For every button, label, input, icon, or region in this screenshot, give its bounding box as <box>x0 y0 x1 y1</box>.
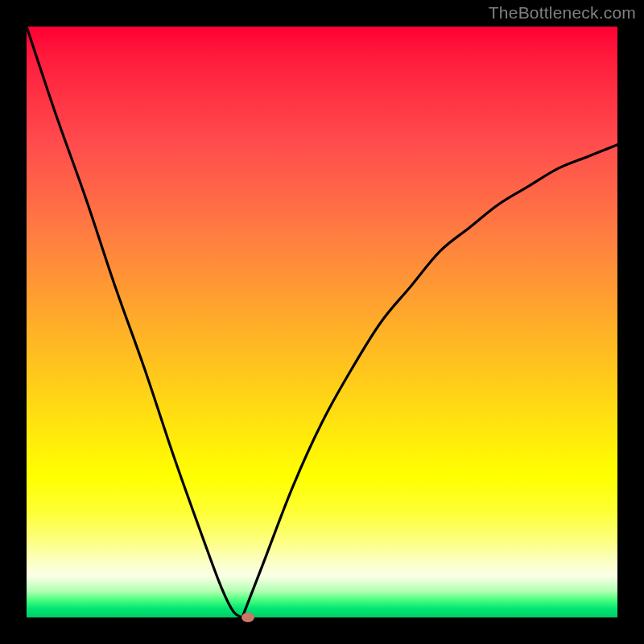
chart-frame: TheBottleneck.com <box>0 0 644 644</box>
watermark-text: TheBottleneck.com <box>489 3 636 23</box>
optimal-point-marker <box>242 613 254 622</box>
plot-area <box>27 27 617 617</box>
bottleneck-curve <box>27 27 617 617</box>
